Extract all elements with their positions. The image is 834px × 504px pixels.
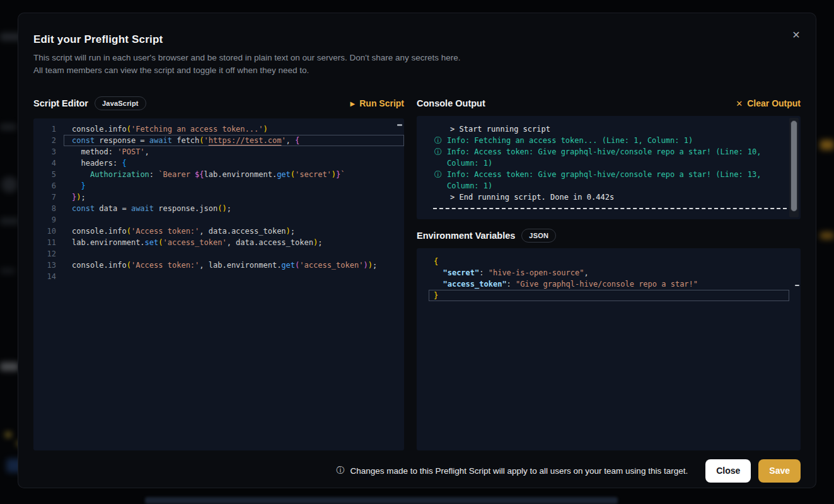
line-number: 7 <box>33 192 56 203</box>
code-line[interactable]: 11lab.environment.set('access_token', da… <box>33 237 404 248</box>
page-title: Edit your Preflight Script <box>33 33 801 46</box>
code-line[interactable]: 3 method: 'POST', <box>33 146 404 158</box>
overview-ruler-mark <box>397 124 402 126</box>
code-token: { <box>434 257 438 266</box>
code-line-content: const data = await response.json(); <box>64 203 404 214</box>
env-json-line[interactable]: { <box>417 256 789 267</box>
decorative-blob <box>0 123 16 130</box>
code-line[interactable]: 6 } <box>33 180 404 192</box>
code-token: , <box>286 136 295 145</box>
code-line-content: Authorization: `Bearer ${lab.environment… <box>64 169 404 180</box>
code-token: https://test.com <box>209 136 282 145</box>
description-line: This script will run in each user's brow… <box>33 52 801 64</box>
code-line-content: console.info('Access token:', lab.enviro… <box>64 260 404 271</box>
code-token: 'Fetching an access token...' <box>131 125 264 134</box>
decorative-blob <box>0 217 19 225</box>
footer-note-text: Changes made to this Preflight Script wi… <box>350 466 688 476</box>
code-line-content <box>64 214 404 226</box>
code-token: get <box>277 170 291 179</box>
dialog-description: This script will run in each user's brow… <box>33 52 801 77</box>
code-token: 'secret' <box>295 170 332 179</box>
code-token: method: <box>72 147 117 156</box>
code-token: ( <box>291 170 295 179</box>
code-token: } <box>434 291 438 300</box>
code-token: : <box>479 268 488 277</box>
decorative-blob <box>0 362 19 371</box>
close-button[interactable]: Close <box>705 459 751 483</box>
code-line[interactable]: 7}); <box>33 192 404 203</box>
console-output-heading: Console Output <box>417 98 485 108</box>
console-log-text: Info: Access token: Give graphql-hive/co… <box>447 170 762 190</box>
console-scrollbar-thumb[interactable] <box>791 120 797 212</box>
code-token: const <box>72 136 95 145</box>
code-line[interactable]: 10console.info('Access token:', data.acc… <box>33 226 404 237</box>
code-line[interactable]: 5 Authorization: `Bearer ${lab.environme… <box>33 169 404 180</box>
code-token: `Bearer <box>158 170 195 179</box>
code-line-content: } <box>64 180 404 192</box>
console-log-line: > Start running script <box>432 123 787 135</box>
code-token: : <box>149 170 158 179</box>
console-output-log[interactable]: > Start running scriptⓘInfo: Fetching an… <box>417 116 801 219</box>
code-token: ` <box>340 170 345 179</box>
code-token: ( <box>127 227 131 236</box>
code-token: ) <box>286 227 291 236</box>
code-token: console.info <box>72 227 127 236</box>
code-token: ) <box>368 261 373 270</box>
play-icon: ▶ <box>350 100 356 107</box>
code-line[interactable]: 9 <box>33 214 404 226</box>
code-line[interactable]: 4 headers: { <box>33 158 404 169</box>
code-token: 'access_token' <box>299 261 363 270</box>
env-json-line[interactable]: "access_token": "Give graphql-hive/conso… <box>417 278 789 290</box>
code-token: "hive-is-open-source" <box>489 268 584 277</box>
code-token: const <box>72 204 95 213</box>
clear-output-button[interactable]: ✕ Clear Output <box>736 98 801 108</box>
console-log-line: > End running script. Done in 0.442s <box>432 192 787 203</box>
info-circle-icon: ⓘ <box>434 135 442 146</box>
run-script-button[interactable]: ▶ Run Script <box>350 98 404 108</box>
code-token: 'Access token:' <box>131 261 199 270</box>
console-log-text: > Start running script <box>450 125 550 134</box>
close-icon[interactable]: ✕ <box>789 28 803 42</box>
line-number: 9 <box>33 214 56 226</box>
code-token: 'access_token' <box>163 238 227 247</box>
code-line-content: headers: { <box>64 158 404 169</box>
code-token: ) <box>263 125 267 134</box>
line-number: 10 <box>33 226 56 237</box>
code-token: console.info <box>72 261 127 270</box>
footer-note: ⓘ Changes made to this Preflight Script … <box>336 465 688 476</box>
line-number: 3 <box>33 146 56 158</box>
code-token: await <box>131 204 154 213</box>
code-token <box>72 170 90 179</box>
code-token: "Give graphql-hive/console repo a star!" <box>516 280 698 289</box>
code-token: { <box>122 159 126 168</box>
env-json-line[interactable]: } <box>429 290 789 301</box>
code-token: await <box>149 136 172 145</box>
code-token: , <box>145 147 149 156</box>
console-log-line: ⓘInfo: Access token: Give graphql-hive/c… <box>432 146 787 169</box>
save-button[interactable]: Save <box>758 459 801 483</box>
decorative-blob <box>0 268 15 274</box>
code-token: response = <box>95 136 149 145</box>
environment-variables-heading: Environment Variables <box>417 231 515 241</box>
code-token: console.info <box>72 125 127 134</box>
code-token: ( <box>199 136 204 145</box>
code-line[interactable]: 1console.info('Fetching an access token.… <box>33 123 404 135</box>
code-token: lab.environment. <box>204 170 277 179</box>
console-scrollbar[interactable] <box>789 118 799 217</box>
code-token: ; <box>227 204 231 213</box>
code-token: } <box>81 181 85 190</box>
environment-variables-editor[interactable]: { "secret": "hive-is-open-source", "acce… <box>417 248 801 450</box>
code-line[interactable]: 13console.info('Access token:', lab.envi… <box>33 260 404 271</box>
code-line[interactable]: 2const response = await fetch('https://t… <box>33 135 404 146</box>
code-line[interactable]: 8const data = await response.json(); <box>33 203 404 214</box>
code-line-content: lab.environment.set('access_token', data… <box>64 237 404 248</box>
code-token: , data.access_token <box>199 227 286 236</box>
info-icon: ⓘ <box>336 465 344 476</box>
line-number: 5 <box>33 169 56 180</box>
format-badge: JSON <box>521 229 556 243</box>
code-token: 'Access token:' <box>131 227 199 236</box>
script-code-editor[interactable]: 1console.info('Fetching an access token.… <box>33 118 404 450</box>
env-json-line[interactable]: "secret": "hive-is-open-source", <box>417 267 789 278</box>
code-line[interactable]: 14 <box>33 271 404 282</box>
code-line[interactable]: 12 <box>33 248 404 260</box>
